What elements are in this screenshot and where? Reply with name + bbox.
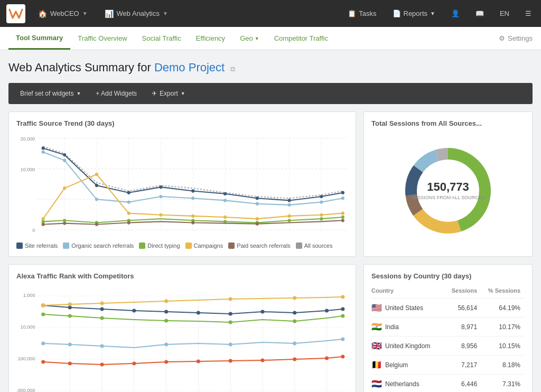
widgets-dropdown[interactable]: Brief set of widgets ▼ — [15, 87, 86, 100]
tab-geo[interactable]: Geo ▼ — [232, 28, 267, 49]
svg-point-119 — [132, 362, 136, 366]
svg-text:20,000: 20,000 — [21, 136, 35, 142]
legend-campaigns: Campaigns — [185, 242, 223, 249]
svg-point-103 — [68, 314, 72, 318]
svg-point-96 — [197, 311, 200, 315]
language-selector[interactable]: EN — [497, 7, 512, 20]
sessions-table-body: 🇺🇸 United States 56,614 64.19% 🇮🇳 India … — [371, 298, 525, 393]
svg-point-107 — [293, 320, 296, 323]
svg-point-22 — [191, 189, 194, 192]
svg-point-52 — [127, 211, 130, 214]
logo[interactable] — [6, 4, 25, 23]
tab-social-traffic[interactable]: Social Traffic — [135, 28, 189, 49]
svg-point-120 — [164, 360, 168, 364]
help-button[interactable]: 📖 — [472, 7, 487, 20]
donut-chart-container: 150,773 SESSIONS FROM ALL SOURCES — [371, 133, 525, 249]
percent-cell: 64.19% — [481, 298, 525, 318]
donut-center: 150,773 SESSIONS FROM ALL SOURCES — [411, 180, 485, 201]
svg-point-112 — [164, 343, 168, 347]
country-cell: 🇬🇧 United Kingdom — [371, 337, 446, 356]
svg-point-104 — [100, 316, 104, 320]
user-icon: 👤 — [451, 10, 460, 17]
sessions-table: Country Sessions % Sessions 🇺🇸 United St… — [371, 285, 525, 392]
analytics-icon: 📊 — [105, 10, 114, 18]
sessions-cell: 6,446 — [446, 375, 481, 393]
tab-bar: Tool Summary Traffic Overview Social Tra… — [0, 27, 541, 50]
svg-point-34 — [223, 199, 227, 202]
svg-point-23 — [223, 192, 227, 195]
webceo-caret: ▼ — [82, 11, 88, 16]
svg-point-58 — [320, 213, 323, 217]
total-sessions-title: Total Sessions from All Sources... — [371, 119, 525, 127]
user-button[interactable]: 👤 — [448, 7, 463, 20]
svg-point-97 — [229, 312, 232, 316]
reports-caret: ▼ — [430, 11, 435, 16]
svg-point-50 — [63, 186, 66, 190]
bottom-row: Alexa Traffic Rank with Competitors 1,00… — [8, 264, 533, 392]
settings-link[interactable]: ⚙ Settings — [499, 34, 533, 42]
tab-tool-summary[interactable]: Tool Summary — [8, 27, 70, 50]
toolbar: Brief set of widgets ▼ + Add Widgets ✈ E… — [8, 83, 533, 104]
sessions-cell: 8,971 — [446, 318, 481, 337]
svg-point-48 — [341, 216, 344, 219]
webceo-menu[interactable]: 🏠 WebCEO ▼ — [34, 7, 92, 20]
hamburger-menu[interactable]: ☰ — [522, 7, 535, 20]
col-sessions: Sessions — [446, 285, 481, 298]
alexa-rank-title: Alexa Traffic Rank with Competitors — [16, 272, 348, 280]
web-analytics-menu[interactable]: 📊 Web Analytics ▼ — [100, 7, 172, 20]
svg-point-125 — [325, 357, 329, 360]
sessions-country-card: Sessions by Country (30 days) Country Se… — [363, 264, 533, 392]
svg-point-100 — [325, 309, 329, 313]
export-caret: ▼ — [181, 91, 185, 96]
svg-text:10,000: 10,000 — [21, 166, 35, 172]
tab-competitor-traffic[interactable]: Competitor Traffic — [267, 28, 335, 49]
legend-paid: Paid search referrals — [228, 242, 291, 249]
svg-point-63 — [127, 221, 130, 224]
country-flag-icon: 🇺🇸 — [371, 303, 382, 313]
tasks-button[interactable]: 📋 Tasks — [344, 7, 379, 20]
tasks-icon: 📋 — [348, 10, 356, 17]
svg-point-62 — [95, 223, 98, 226]
table-row: 🇺🇸 United States 56,614 64.19% — [371, 298, 525, 318]
reports-icon: 📄 — [393, 10, 401, 17]
copy-icon[interactable]: ⧉ — [230, 65, 235, 73]
reports-button[interactable]: 📄 Reports ▼ — [389, 7, 439, 20]
country-name: United States — [385, 304, 423, 312]
svg-point-101 — [341, 307, 344, 311]
svg-point-109 — [41, 342, 45, 346]
percent-cell: 7.31% — [481, 375, 525, 393]
svg-point-17 — [42, 146, 45, 150]
col-country: Country — [371, 285, 446, 298]
svg-point-60 — [42, 223, 45, 226]
percent-cell: 8.18% — [481, 356, 525, 375]
svg-point-108 — [341, 314, 344, 318]
country-cell: 🇮🇳 India — [371, 318, 446, 337]
country-name: Netherlands — [385, 380, 419, 388]
legend-direct: Direct typing — [139, 242, 180, 249]
percent-cell: 10.15% — [481, 337, 525, 356]
tab-efficiency[interactable]: Efficiency — [189, 28, 232, 49]
svg-point-61 — [63, 221, 66, 225]
table-row: 🇳🇱 Netherlands 6,446 7.31% — [371, 375, 525, 393]
tab-traffic-overview[interactable]: Traffic Overview — [70, 28, 134, 49]
legend-dot — [185, 242, 192, 249]
add-widgets-button[interactable]: + Add Widgets — [90, 87, 142, 100]
country-flag-icon: 🇮🇳 — [371, 322, 382, 332]
legend-dot — [16, 242, 23, 249]
legend-site-referrals: Site referrals — [16, 242, 58, 249]
geo-caret: ▼ — [255, 36, 259, 41]
top-row: Traffic Source Trend (30 days) — [8, 111, 533, 257]
project-link[interactable]: Demo Project — [154, 61, 225, 74]
country-cell: 🇳🇱 Netherlands — [371, 375, 446, 393]
svg-point-29 — [63, 158, 66, 162]
legend-organic: Organic search referrals — [63, 242, 134, 249]
svg-point-121 — [197, 360, 200, 363]
svg-point-133 — [341, 295, 344, 299]
export-button[interactable]: ✈ Export ▼ — [146, 87, 191, 100]
svg-point-49 — [42, 217, 45, 220]
country-name: India — [385, 323, 399, 331]
legend-all-sources: All sources — [296, 242, 333, 249]
svg-point-123 — [260, 359, 264, 362]
svg-text:1,000,000: 1,000,000 — [16, 388, 35, 392]
svg-point-35 — [256, 202, 259, 206]
